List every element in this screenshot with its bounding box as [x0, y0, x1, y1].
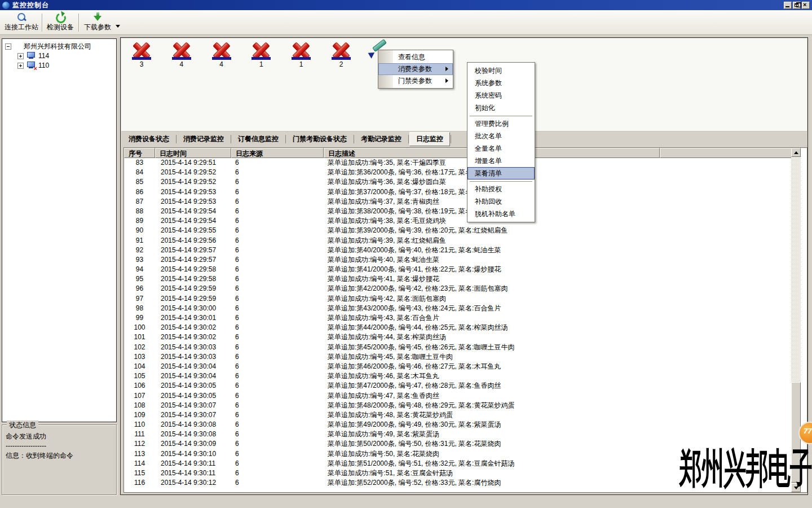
toolbar-button-3[interactable]: 下载参数: [81, 11, 114, 34]
table-row[interactable]: 1092015-4-14 9:30:076菜单追加成功:编号:48, 菜名:黄花…: [124, 410, 792, 420]
table-row[interactable]: 1102015-4-14 9:30:086菜单追加:第49/2000条, 编号:…: [124, 420, 792, 430]
table-row[interactable]: 982015-4-14 9:30:006菜单追加:第43/2000条, 编号:4…: [124, 304, 792, 313]
context-menu-item-门禁类参数[interactable]: 门禁类参数: [378, 75, 453, 87]
table-row[interactable]: 852015-4-14 9:29:526菜单追加成功:编号:36, 菜名:爆炒圆…: [124, 177, 792, 187]
submenu-item-系统参数[interactable]: 系统参数: [467, 77, 535, 89]
cell: [660, 401, 792, 410]
collapse-icon[interactable]: [5, 43, 11, 50]
device-offline-icon-block[interactable]: 1: [249, 42, 273, 68]
submenu-item-补助回收[interactable]: 补助回收: [467, 195, 535, 208]
table-row[interactable]: 1032015-4-14 9:30:036菜单追加成功:编号:45, 菜名:咖喱…: [124, 352, 792, 362]
tab-订餐信息监控[interactable]: 订餐信息监控: [232, 133, 285, 146]
toolbar-separator: [42, 14, 43, 32]
cell: 菜单追加成功:编号:51, 菜名:豆腐金针菇汤: [324, 468, 660, 478]
table-row[interactable]: 962015-4-14 9:29:596菜单追加:第42/2000条, 编号:4…: [124, 284, 792, 294]
submenu-item-系统密码[interactable]: 系统密码: [467, 89, 535, 102]
table-row[interactable]: 972015-4-14 9:29:596菜单追加成功:编号:42, 菜名:面筋包…: [124, 294, 792, 304]
table-row[interactable]: 992015-4-14 9:30:016菜单追加成功:编号:43, 菜名:百合鱼…: [124, 313, 792, 323]
device-offline-icon-block[interactable]: 1: [289, 42, 313, 68]
column-header-日志时间[interactable]: 日志时间: [155, 148, 231, 158]
table-row[interactable]: 892015-4-14 9:29:546菜单追加成功:编号:38, 菜名:毛豆烧…: [124, 216, 792, 226]
cell: 87: [124, 197, 155, 207]
cell: 菜单追加:第45/2000条, 编号:45, 价格:26元, 菜名:咖喱土豆牛肉: [324, 343, 660, 352]
table-row[interactable]: 882015-4-14 9:29:546菜单追加:第38/2000条, 编号:3…: [124, 207, 792, 216]
table-row[interactable]: 862015-4-14 9:29:536菜单追加:第37/2000条, 编号:3…: [124, 187, 792, 197]
cell: 6: [231, 439, 324, 449]
cell: 85: [124, 177, 155, 187]
table-row[interactable]: 902015-4-14 9:29:556菜单追加:第39/2000条, 编号:3…: [124, 226, 792, 235]
restore-button[interactable]: [793, 2, 801, 9]
cell: [660, 381, 792, 391]
toolbar-button-1[interactable]: 连接工作站: [1, 11, 42, 34]
vertical-scrollbar[interactable]: [791, 148, 801, 492]
column-header-日志来源[interactable]: 日志来源: [231, 148, 324, 158]
tab-日志监控[interactable]: 日志监控: [409, 132, 450, 146]
expand-icon[interactable]: [17, 63, 24, 69]
tab-消费记录监控[interactable]: 消费记录监控: [177, 133, 230, 146]
submenu-item-初始化[interactable]: 初始化: [467, 102, 535, 114]
table-row[interactable]: 1052015-4-14 9:30:046菜单追加成功:编号:46, 菜名:木耳…: [124, 371, 792, 381]
log-table-header: 序号日志时间日志来源日志描述: [124, 148, 792, 158]
table-row[interactable]: 872015-4-14 9:29:536菜单追加成功:编号:37, 菜名:青椒肉…: [124, 197, 792, 207]
device-status-icon-area: 344112: [121, 38, 807, 132]
context-menu-item-查看信息[interactable]: 查看信息: [378, 51, 453, 63]
table-row[interactable]: 912015-4-14 9:29:566菜单追加成功:编号:39, 菜名:红烧鲳…: [124, 236, 792, 246]
tab-门禁考勤设备状态[interactable]: 门禁考勤设备状态: [286, 133, 353, 146]
monitor-base: [29, 58, 33, 59]
device-offline-icon-block[interactable]: 2: [329, 42, 353, 68]
device-offline-icon-block[interactable]: 3: [130, 42, 153, 68]
column-header-序号[interactable]: 序号: [124, 148, 155, 158]
scroll-up-button[interactable]: [791, 148, 801, 157]
table-row[interactable]: 1082015-4-14 9:30:076菜单追加:第48/2000条, 编号:…: [124, 401, 792, 410]
table-row[interactable]: 842015-4-14 9:29:526菜单追加:第36/2000条, 编号:3…: [124, 168, 792, 177]
cell: [660, 371, 792, 381]
toolbar-button-2[interactable]: 检测设备: [44, 11, 77, 34]
table-row[interactable]: 942015-4-14 9:29:586菜单追加:第41/2000条, 编号:4…: [124, 265, 792, 274]
submenu-item-增量名单[interactable]: 增量名单: [467, 155, 535, 167]
monitor-screen: [27, 62, 35, 67]
submenu-item-管理费比例[interactable]: 管理费比例: [467, 117, 535, 130]
cell: 113: [124, 449, 155, 459]
cell: 6: [231, 410, 324, 420]
context-menu-item-消费类参数[interactable]: 消费类参数: [378, 63, 453, 75]
cell: 6: [231, 246, 324, 255]
cell: [660, 168, 792, 177]
download-icon: [92, 12, 103, 22]
table-row[interactable]: 1072015-4-14 9:30:056菜单追加成功:编号:47, 菜名:鱼香…: [124, 391, 792, 401]
table-row[interactable]: 1112015-4-14 9:30:086菜单追加成功:编号:49, 菜名:紫菜…: [124, 430, 792, 439]
tree-item-114[interactable]: 114: [17, 51, 49, 60]
column-header-blank[interactable]: [660, 148, 792, 158]
table-row[interactable]: 1062015-4-14 9:30:056菜单追加:第47/2000条, 编号:…: [124, 381, 792, 391]
table-row[interactable]: 1022015-4-14 9:30:036菜单追加:第45/2000条, 编号:…: [124, 343, 792, 352]
table-row[interactable]: 1002015-4-14 9:30:026菜单追加:第44/2000条, 编号:…: [124, 323, 792, 332]
table-row[interactable]: 932015-4-14 9:29:576菜单追加成功:编号:40, 菜名:蚝油生…: [124, 255, 792, 265]
submenu-item-脱机补助名单[interactable]: 脱机补助名单: [467, 208, 535, 220]
magnifier-icon: [16, 12, 27, 22]
download-params-dropdown-caret[interactable]: [116, 25, 120, 28]
device-offline-icon-block[interactable]: 4: [210, 42, 233, 68]
table-row[interactable]: 1012015-4-14 9:30:026菜单追加成功:编号:44, 菜名:榨菜…: [124, 332, 792, 342]
submenu-item-批次名单[interactable]: 批次名单: [467, 130, 535, 142]
table-row[interactable]: 832015-4-14 9:29:516菜单追加成功:编号:35, 菜名:干煸四…: [124, 158, 792, 168]
submenu-item-全量名单[interactable]: 全量名单: [467, 142, 535, 155]
submenu-item-补助授权[interactable]: 补助授权: [467, 183, 535, 195]
expand-icon[interactable]: [17, 53, 24, 59]
toolbar-separator: [78, 14, 80, 32]
tree-item-110[interactable]: 110: [17, 61, 49, 70]
submenu-item-校验时间[interactable]: 校验时间: [467, 64, 535, 77]
title-bar: 监控控制台 ×: [0, 0, 812, 10]
table-row[interactable]: 922015-4-14 9:29:576菜单追加:第40/2000条, 编号:4…: [124, 246, 792, 255]
minimize-button[interactable]: [784, 2, 792, 9]
device-offline-icon-block[interactable]: 4: [170, 42, 193, 68]
cell: [660, 255, 792, 265]
tab-考勤记录监控[interactable]: 考勤记录监控: [355, 133, 408, 146]
close-button[interactable]: ×: [802, 2, 810, 9]
workstation-icon: [27, 52, 36, 60]
tab-消费设备状态[interactable]: 消费设备状态: [122, 133, 175, 146]
tree-root-row[interactable]: 郑州兴邦科技有限公司: [5, 42, 91, 51]
table-row[interactable]: 1042015-4-14 9:30:046菜单追加:第46/2000条, 编号:…: [124, 362, 792, 371]
status-info-groupbox: 状态信息 命令发送成功------------------信息：收到终端的命令: [2, 424, 117, 495]
table-row[interactable]: 952015-4-14 9:29:586菜单追加成功:编号:41, 菜名:爆炒腰…: [124, 274, 792, 284]
cell: 6: [231, 430, 324, 439]
submenu-item-菜肴清单[interactable]: 菜肴清单: [467, 167, 535, 179]
